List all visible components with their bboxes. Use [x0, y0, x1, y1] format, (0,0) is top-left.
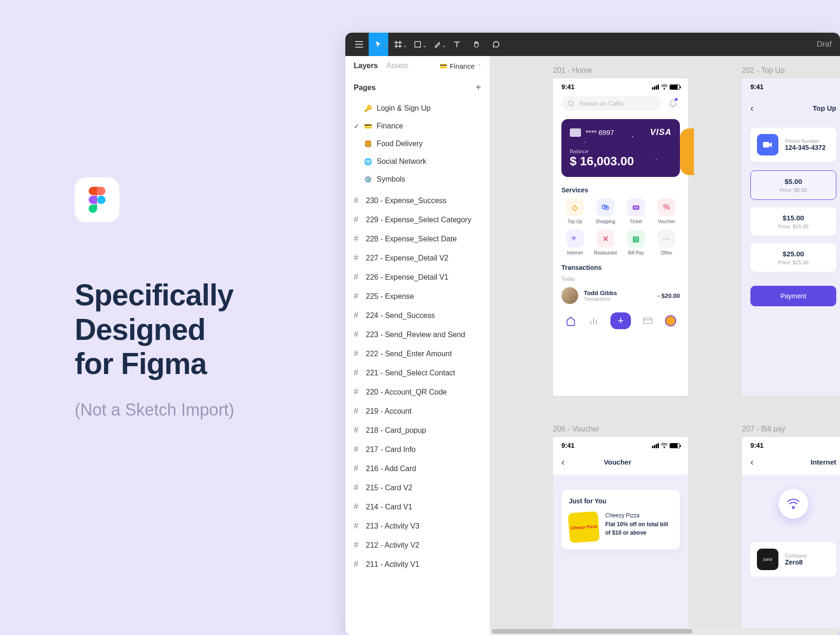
home-icon[interactable]: [565, 315, 576, 326]
move-tool[interactable]: [369, 33, 388, 56]
frame-icon: #: [354, 196, 361, 205]
amount-option[interactable]: $25.00Price: $25.00: [750, 243, 836, 272]
service-tile[interactable]: ▤Bill Pay: [623, 230, 650, 255]
service-tile[interactable]: ✕Restaurant: [592, 230, 619, 255]
amount-option[interactable]: $5.00Price: $5.00: [750, 170, 836, 200]
company-logo: zoroi: [757, 549, 778, 570]
artboard-topup[interactable]: 9:41 ‹ Top Up Phone Number 124-345-4372 …: [742, 78, 840, 396]
wifi-icon: [661, 85, 668, 90]
page-item[interactable]: 💳Finance: [345, 117, 490, 135]
frame-icon: #: [354, 349, 361, 359]
artboard-voucher[interactable]: 9:41 ‹ Voucher Just for You Cheezy Pizza: [553, 437, 688, 628]
frame-icon: #: [354, 291, 361, 301]
frame-item[interactable]: #222 - Send_Enter Amount: [345, 344, 490, 363]
amount-option[interactable]: $15.00Price: $15.00: [750, 207, 836, 236]
tab-assets[interactable]: Assets: [386, 62, 409, 70]
stats-icon[interactable]: [588, 315, 599, 326]
next-card-peek[interactable]: [680, 128, 694, 175]
shape-tool[interactable]: [408, 33, 427, 56]
frame-item[interactable]: #221 - Send_Select Contact: [345, 363, 490, 382]
transaction-row[interactable]: Todd Gibbs Transactions - $20.00: [553, 283, 688, 308]
text-tool[interactable]: [447, 33, 467, 56]
pen-tool[interactable]: [427, 33, 447, 56]
page-item[interactable]: 🍔Food Delivery: [345, 135, 490, 153]
service-tile[interactable]: 🎟Ticket: [623, 198, 650, 224]
wifi-icon: [778, 489, 808, 519]
frame-item[interactable]: #214 - Card V1: [345, 497, 490, 516]
frame-item[interactable]: #226 - Expense_Detail V1: [345, 268, 490, 287]
frame-item[interactable]: #230 - Expense_Success: [345, 191, 490, 210]
svg-point-0: [97, 196, 105, 204]
artboard-billpay[interactable]: 9:41 ‹ Internet zoroi Company Zero8: [742, 437, 840, 628]
service-tile[interactable]: %Voucher: [653, 198, 680, 224]
frame-icon: #: [354, 521, 361, 531]
frame-item[interactable]: #225 - Expense: [345, 287, 490, 306]
artboard-label[interactable]: 202 - Top Up: [742, 66, 784, 75]
frame-item[interactable]: #217 - Card Info: [345, 440, 490, 459]
frame-item[interactable]: #220 - Account_QR Code: [345, 382, 490, 402]
scrollbar-horizontal[interactable]: [490, 628, 840, 635]
hand-tool[interactable]: [467, 33, 486, 56]
artboard-label[interactable]: 207 - Bill pay: [742, 425, 785, 433]
frame-item[interactable]: #229 - Expense_Select Category: [345, 210, 490, 229]
artboard-home[interactable]: 9:41 Search on CaBu: [553, 78, 688, 396]
search-input[interactable]: Search on CaBu: [561, 96, 661, 111]
profile-icon[interactable]: [665, 315, 676, 326]
figma-canvas[interactable]: 201 - Home 202 - Top Up 206 - Voucher 20…: [490, 56, 840, 628]
voucher-item[interactable]: Cheezy Pizza Cheezy Pizza Flat 10% off o…: [569, 512, 672, 542]
frame-item[interactable]: #224 - Send_Success: [345, 306, 490, 325]
phone-number-card[interactable]: Phone Number 124-345-4372: [750, 127, 836, 162]
frame-icon: #: [354, 387, 361, 397]
add-button[interactable]: +: [610, 312, 631, 329]
video-icon: [757, 134, 778, 155]
frame-item[interactable]: #218 - Card_popup: [345, 421, 490, 440]
comment-tool[interactable]: [486, 33, 506, 56]
frame-icon: #: [354, 253, 361, 263]
back-icon[interactable]: ‹: [750, 103, 754, 113]
frame-tool[interactable]: [388, 33, 408, 56]
artboard-label[interactable]: 201 - Home: [553, 66, 592, 75]
scrollbar-thumb[interactable]: [492, 629, 693, 634]
add-page-icon[interactable]: +: [476, 82, 481, 93]
page-item[interactable]: ⚙️Symbols: [345, 170, 490, 188]
figma-logo: [75, 177, 119, 222]
frame-icon: #: [354, 444, 361, 454]
back-icon[interactable]: ‹: [561, 457, 565, 467]
frame-icon: #: [354, 368, 361, 378]
statusbar: 9:41: [553, 437, 688, 451]
battery-icon: [670, 443, 680, 448]
frame-item[interactable]: #215 - Card V2: [345, 478, 490, 497]
frame-item[interactable]: #211 - Activity V1: [345, 555, 490, 574]
pizza-logo: Cheezy Pizza: [568, 511, 600, 543]
svg-rect-4: [763, 142, 769, 148]
service-tile[interactable]: 🛍Shopping: [592, 198, 619, 224]
card-icon[interactable]: [642, 315, 653, 326]
company-row[interactable]: zoroi Company Zero8: [750, 542, 836, 577]
avatar: [561, 287, 578, 304]
frame-item[interactable]: #212 - Activity V2: [345, 536, 490, 555]
notification-icon[interactable]: [666, 97, 680, 111]
statusbar: 9:41: [742, 78, 840, 92]
credit-card[interactable]: **** 6997 VISA Balance $ 16,003.00: [561, 119, 680, 177]
frame-item[interactable]: #228 - Expense_Select Date: [345, 229, 490, 248]
back-icon[interactable]: ‹: [750, 457, 754, 467]
frame-item[interactable]: #216 - Add Card: [345, 459, 490, 478]
frame-item[interactable]: #223 - Send_Review and Send: [345, 325, 490, 344]
subtitle: (Not a Sketch Import): [75, 400, 308, 420]
page-item[interactable]: 🌐Social Network: [345, 153, 490, 170]
menu-icon[interactable]: [349, 33, 369, 56]
payment-button[interactable]: Payment: [750, 286, 836, 306]
service-tile[interactable]: ◇Top Up: [561, 198, 588, 224]
page-selector[interactable]: 💳 Finance ⌃: [440, 62, 481, 70]
frame-item[interactable]: #219 - Account: [345, 402, 490, 421]
artboard-label[interactable]: 206 - Voucher: [553, 425, 600, 433]
frame-item[interactable]: #227 - Expense_Detail V2: [345, 248, 490, 268]
service-tile[interactable]: ᯤInternet: [561, 230, 588, 255]
service-tile[interactable]: ⋯Other: [653, 230, 680, 255]
battery-icon: [670, 85, 680, 90]
page-item[interactable]: 🔑Login & Sign Up: [345, 99, 490, 117]
frame-item[interactable]: #213 - Activity V3: [345, 516, 490, 536]
frame-icon: #: [354, 483, 361, 493]
signal-icon: [652, 85, 659, 90]
tab-layers[interactable]: Layers: [354, 62, 378, 70]
